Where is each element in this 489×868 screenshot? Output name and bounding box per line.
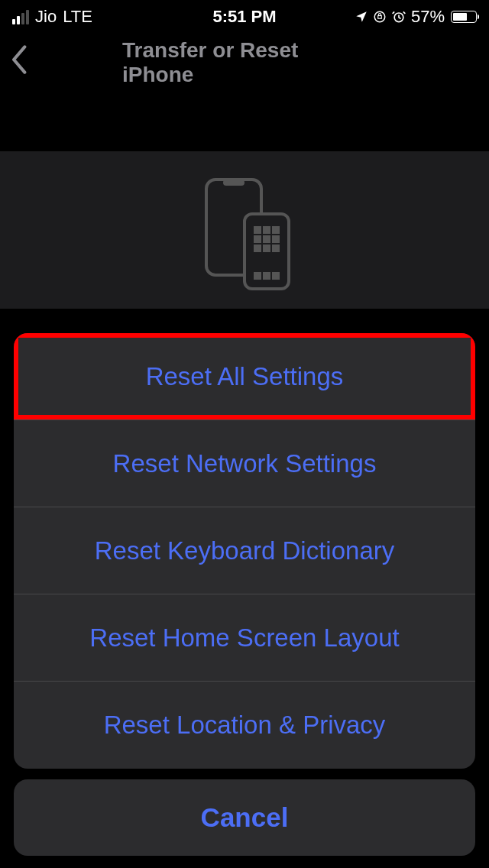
svg-rect-1 (378, 16, 382, 19)
status-time: 5:51 PM (212, 7, 276, 27)
action-label: Reset Network Settings (113, 449, 377, 478)
status-bar: Jio LTE 5:51 PM 57% (0, 0, 489, 34)
location-icon (355, 10, 368, 24)
alarm-icon (391, 9, 406, 24)
svg-rect-9 (272, 226, 280, 234)
svg-rect-13 (254, 245, 261, 252)
svg-rect-17 (263, 272, 270, 280)
battery-icon (451, 11, 477, 23)
reset-all-settings-button[interactable]: Reset All Settings (14, 333, 475, 420)
svg-rect-14 (263, 245, 270, 252)
svg-rect-7 (254, 226, 261, 234)
carrier-label: Jio (35, 7, 57, 27)
reset-location-privacy-button[interactable]: Reset Location & Privacy (14, 682, 475, 769)
device-icon-container (0, 151, 489, 309)
action-label: Reset Location & Privacy (104, 711, 386, 740)
action-sheet: Reset All Settings Reset Network Setting… (14, 333, 475, 856)
action-label: Reset All Settings (146, 362, 344, 391)
cancel-label: Cancel (201, 802, 289, 833)
orientation-lock-icon (373, 10, 387, 24)
reset-network-settings-button[interactable]: Reset Network Settings (14, 420, 475, 507)
status-left: Jio LTE (12, 7, 92, 27)
reset-keyboard-dictionary-button[interactable]: Reset Keyboard Dictionary (14, 507, 475, 594)
action-label: Reset Keyboard Dictionary (95, 536, 395, 565)
svg-rect-10 (254, 235, 261, 243)
svg-rect-12 (272, 235, 280, 243)
content-area (0, 151, 489, 309)
phones-icon (191, 176, 298, 290)
network-label: LTE (63, 7, 92, 27)
page-title: Transfer or Reset iPhone (122, 38, 367, 87)
svg-rect-15 (272, 245, 280, 252)
action-label: Reset Home Screen Layout (89, 623, 399, 653)
svg-rect-4 (223, 180, 244, 186)
reset-home-screen-layout-button[interactable]: Reset Home Screen Layout (14, 594, 475, 682)
svg-rect-18 (272, 272, 280, 280)
back-button[interactable] (9, 45, 28, 81)
status-right: 57% (355, 7, 477, 27)
action-group: Reset All Settings Reset Network Setting… (14, 333, 475, 769)
battery-percent: 57% (411, 7, 445, 27)
signal-icon (12, 10, 29, 24)
cancel-button[interactable]: Cancel (14, 779, 475, 856)
svg-rect-8 (263, 226, 270, 234)
svg-rect-16 (254, 272, 261, 280)
svg-rect-11 (263, 235, 270, 243)
nav-bar: Transfer or Reset iPhone (0, 34, 489, 92)
